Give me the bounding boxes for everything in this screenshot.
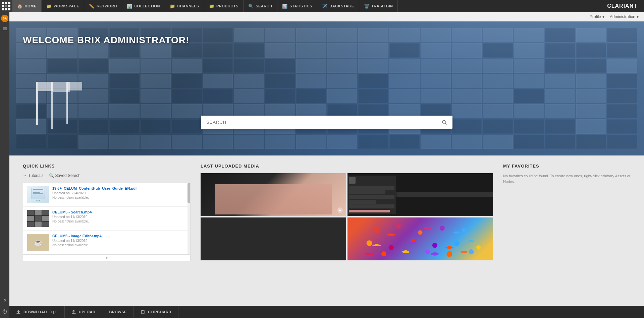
channels-icon: 📁 xyxy=(170,4,175,9)
download-count: 0 | 0 xyxy=(50,310,58,314)
hero-title: WELCOME BRIX ADMINISTRATOR! xyxy=(23,35,189,46)
saved-search-icon: 🔍 xyxy=(49,173,54,178)
nav-item-channels[interactable]: 📁 CHANNELS xyxy=(165,0,204,12)
pdf-thumbnail: PDF xyxy=(27,186,49,203)
ql-tab-saved-search[interactable]: 🔍 Saved Search xyxy=(49,173,80,179)
svg-rect-2 xyxy=(3,29,7,30)
trash-icon: 🗑️ xyxy=(364,4,370,9)
item-info: 19.6+_CELUM_ContentHub_User_Guide_EN.pdf… xyxy=(52,186,186,199)
nav-item-products[interactable]: 📁 PRODUCTS xyxy=(204,0,244,12)
item-info: CELUM5 - Image Editor.mp4 Updated on 11/… xyxy=(52,234,186,247)
hero-search-container xyxy=(201,116,452,129)
favorites-title: MY FAVORITES xyxy=(503,164,631,169)
media-section-title: LAST UPLOADED MEDIA xyxy=(201,164,493,169)
svg-rect-5 xyxy=(142,310,144,314)
svg-line-4 xyxy=(445,123,446,124)
download-button[interactable]: DOWNLOAD 0 | 0 xyxy=(9,306,65,318)
collection-icon: 📊 xyxy=(127,4,132,9)
nav-menu: 🏠 HOME 📁 WORKSPACE ✏️ KEYWORD 📊 COLLECTI… xyxy=(12,0,607,12)
nav-item-trashbin[interactable]: 🗑️ TRASH BIN xyxy=(359,0,398,12)
workspace-icon: 📁 xyxy=(46,4,52,9)
item-name[interactable]: CELUM5 - Search.mp4 xyxy=(52,210,186,214)
list-item[interactable]: ☕ CELUM5 - Image Editor.mp4 Updated on 1… xyxy=(23,231,190,254)
video-coffee-thumbnail: ☕ xyxy=(27,234,49,251)
main-content: // Generate window cells for(let i=0;i<1… xyxy=(9,21,644,318)
keyword-icon: ✏️ xyxy=(89,4,95,9)
item-desc: No description available. xyxy=(52,196,186,199)
svg-rect-1 xyxy=(3,28,7,29)
quick-links-tabs: → Tutorials 🔍 Saved Search xyxy=(23,173,191,179)
thumbnail: PDF xyxy=(27,186,49,203)
power-icon[interactable] xyxy=(1,307,9,315)
help-icon[interactable]: ? xyxy=(1,297,9,305)
avatar[interactable]: BA xyxy=(1,15,8,22)
browse-button[interactable]: BROWSE xyxy=(102,306,134,318)
profile-link[interactable]: Profile ▾ xyxy=(590,14,604,19)
thumbnail xyxy=(27,210,49,227)
chevron-down-icon: ▾ xyxy=(602,14,604,19)
favorites-empty-text: No favorites could be found. To create n… xyxy=(503,173,631,184)
search-nav-icon: 🔍 xyxy=(248,4,254,9)
svg-rect-6 xyxy=(142,310,144,311)
quick-links-title: QUICK LINKS xyxy=(23,164,191,169)
nav-item-collection[interactable]: 📊 COLLECTION xyxy=(122,0,165,12)
hero-banner: // Generate window cells for(let i=0;i<1… xyxy=(9,21,644,155)
item-date: Updated on 6/24/2020 xyxy=(52,191,186,195)
secondary-nav: Profile ▾ Administration ▾ xyxy=(0,12,644,21)
media-item[interactable] xyxy=(201,217,346,260)
item-desc: No description available. xyxy=(52,243,186,247)
chevron-down-icon-2: ▾ xyxy=(637,14,639,19)
item-name[interactable]: 19.6+_CELUM_ContentHub_User_Guide_EN.pdf xyxy=(52,186,186,190)
upload-button[interactable]: UPLOAD xyxy=(65,306,102,318)
products-icon: 📁 xyxy=(209,4,215,9)
brand-name: CLARIANT xyxy=(607,3,644,9)
media-item[interactable] xyxy=(347,217,493,260)
home-icon: 🏠 xyxy=(17,4,23,9)
item-desc: No description available. xyxy=(52,219,186,223)
list-item[interactable]: CELUM5 - Search.mp4 Updated on 11/13/201… xyxy=(23,207,190,231)
top-nav: 🏠 HOME 📁 WORKSPACE ✏️ KEYWORD 📊 COLLECTI… xyxy=(0,0,644,12)
favorites-section: MY FAVORITES No favorites could be found… xyxy=(503,164,631,315)
media-item[interactable] xyxy=(347,173,493,216)
upload-icon xyxy=(71,310,76,314)
thumbnail: ☕ xyxy=(27,234,49,251)
content-area: QUICK LINKS → Tutorials 🔍 Saved Search xyxy=(9,155,644,318)
search-button[interactable] xyxy=(436,116,452,129)
statistics-icon: 📊 xyxy=(282,4,288,9)
item-date: Updated on 11/13/2019 xyxy=(52,215,186,219)
chevron-down-icon-3: ▼ xyxy=(105,256,108,260)
search-input[interactable] xyxy=(201,116,436,129)
clipboard-button[interactable]: CLIPBOARD xyxy=(134,306,178,318)
nav-item-workspace[interactable]: 📁 WORKSPACE xyxy=(42,0,85,12)
video-thumbnail xyxy=(27,210,49,227)
item-info: CELUM5 - Search.mp4 Updated on 11/13/201… xyxy=(52,210,186,223)
nav-item-keyword[interactable]: ✏️ KEYWORD xyxy=(84,0,122,12)
media-section: LAST UPLOADED MEDIA ▶ xyxy=(191,164,503,315)
scroll-down-indicator: ▼ xyxy=(23,255,191,261)
download-icon xyxy=(16,310,21,314)
media-grid: ▶ xyxy=(201,173,493,260)
administration-link[interactable]: Administration ▾ xyxy=(610,14,639,19)
quick-links-list: PDF 19.6+_CELUM_ContentHub_User_Guide_EN… xyxy=(23,183,191,255)
nav-item-home[interactable]: 🏠 HOME xyxy=(12,0,42,12)
quick-links-section: QUICK LINKS → Tutorials 🔍 Saved Search xyxy=(23,164,191,315)
nav-item-backstage[interactable]: ✈️ BACKSTAGE xyxy=(317,0,359,12)
scrollbar[interactable] xyxy=(187,183,190,254)
item-name[interactable]: CELUM5 - Image Editor.mp4 xyxy=(52,234,186,238)
ql-tab-tutorials[interactable]: → Tutorials xyxy=(23,173,44,179)
arrow-icon: → xyxy=(23,173,27,178)
app-logo[interactable] xyxy=(0,0,12,12)
item-date: Updated on 11/13/2019 xyxy=(52,239,186,243)
bottom-bar: DOWNLOAD 0 | 0 UPLOAD BROWSE CLIPBOARD xyxy=(9,306,644,318)
svg-rect-0 xyxy=(3,27,7,28)
clipboard-icon xyxy=(141,310,145,314)
nav-item-search[interactable]: 🔍 SEARCH xyxy=(244,0,277,12)
backstage-icon: ✈️ xyxy=(322,4,328,9)
media-item[interactable]: ▶ xyxy=(201,173,346,216)
nav-item-statistics[interactable]: 📊 STATISTICS xyxy=(277,0,317,12)
left-sidebar: BA ? xyxy=(0,12,9,318)
scrollbar-thumb xyxy=(187,183,190,203)
layers-icon[interactable] xyxy=(1,25,9,33)
list-item[interactable]: PDF 19.6+_CELUM_ContentHub_User_Guide_EN… xyxy=(23,183,190,207)
